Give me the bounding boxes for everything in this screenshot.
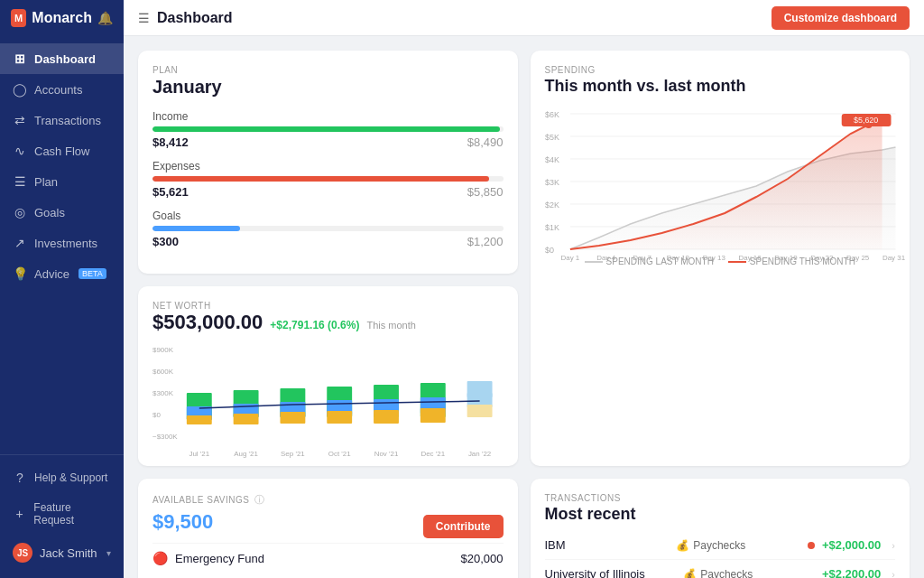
svg-rect-40 [327, 411, 352, 424]
paychecks-icon: 💰 [676, 539, 689, 552]
sidebar-item-transactions[interactable]: ⇄ Transactions [0, 105, 124, 135]
savings-amount-row: $9,500 Contribute [152, 510, 504, 543]
svg-text:$5,620: $5,620 [853, 116, 877, 125]
svg-text:$0: $0 [152, 411, 161, 419]
logo-area: M Monarch 🔔 [0, 0, 124, 36]
svg-text:Dec '21: Dec '21 [420, 450, 445, 458]
svg-text:Day 16: Day 16 [738, 254, 762, 262]
transactions-icon: ⇄ [13, 113, 27, 127]
sidebar-item-cashflow[interactable]: ∿ Cash Flow [0, 135, 124, 166]
savings-fund-name: Emergency Fund [175, 552, 264, 565]
svg-text:Nov '21: Nov '21 [374, 450, 399, 458]
networth-label: NET WORTH [152, 301, 504, 311]
goals-target: $1,200 [467, 235, 504, 248]
income-target: $8,490 [467, 135, 504, 149]
chevron-right-icon[interactable]: › [892, 540, 895, 551]
avatar: JS [13, 543, 32, 563]
svg-text:$2K: $2K [545, 200, 559, 210]
expenses-row: Expenses $5,621 $5,850 [152, 160, 504, 199]
svg-text:$3K: $3K [545, 178, 559, 187]
sidebar-bottom: ? Help & Support + Feature Request JS Ja… [0, 454, 124, 578]
chevron-down-icon: ▾ [106, 548, 111, 558]
svg-text:Day 31: Day 31 [882, 254, 905, 262]
svg-rect-34 [234, 414, 259, 424]
table-row: IBM 💰 Paychecks +$2,000.00 › [545, 531, 896, 560]
txn-category-ibm: 💰 Paychecks [676, 539, 800, 552]
chevron-right-icon[interactable]: › [892, 569, 895, 579]
svg-text:$6K: $6K [545, 110, 559, 119]
user-profile-item[interactable]: JS Jack Smith ▾ [0, 535, 124, 571]
txn-name-ibm: IBM [545, 538, 670, 552]
svg-text:Day 1: Day 1 [560, 254, 579, 262]
contribute-button[interactable]: Contribute [423, 515, 504, 538]
plan-icon: ☰ [13, 174, 27, 189]
sidebar-item-feature[interactable]: + Feature Request [0, 493, 124, 535]
expenses-actual: $5,621 [152, 185, 189, 199]
svg-text:Day 22: Day 22 [810, 254, 834, 262]
sidebar-item-goals[interactable]: ◎ Goals [0, 197, 124, 228]
goals-actual: $300 [152, 235, 179, 248]
svg-text:Day 4: Day 4 [596, 254, 615, 262]
svg-text:$0: $0 [545, 246, 554, 255]
savings-amount: $9,500 [152, 510, 213, 534]
accounts-icon: ◯ [13, 82, 27, 97]
networth-change: +$2,791.16 (0.6%) [270, 319, 359, 331]
sidebar-item-advice[interactable]: 💡 Advice BETA [0, 258, 124, 289]
plan-month: January [152, 77, 504, 98]
goals-label: Goals [152, 210, 504, 222]
svg-text:Jan '22: Jan '22 [468, 450, 492, 458]
txn-category-uofi: 💰 Paychecks [683, 568, 815, 579]
spending-title: This month vs. last month [545, 77, 896, 96]
savings-header: AVAILABLE SAVINGS ⓘ [152, 493, 504, 507]
sidebar-item-investments[interactable]: ↗ Investments [0, 228, 124, 258]
txn-amount-uofi: +$2,200.00 [822, 567, 881, 578]
svg-text:Day 13: Day 13 [702, 254, 725, 262]
sidebar-item-plan[interactable]: ☰ Plan [0, 166, 124, 197]
paychecks-icon: 💰 [683, 568, 697, 579]
svg-text:$300K: $300K [152, 389, 174, 397]
notification-bell-icon[interactable]: 🔔 [97, 11, 113, 25]
networth-chart: $900K $600K $300K $0 −$300K [152, 343, 504, 452]
txn-name-uofi: University of Illinois [545, 567, 677, 578]
goals-amounts: $300 $1,200 [152, 235, 504, 248]
svg-rect-49 [467, 405, 493, 417]
sidebar-item-dashboard[interactable]: ⊞ Dashboard [0, 43, 124, 74]
svg-text:Day 10: Day 10 [666, 254, 689, 262]
svg-text:−$300K: −$300K [152, 433, 178, 441]
savings-fund-row: 🔴 Emergency Fund $20,000 [152, 543, 504, 573]
sidebar-item-help[interactable]: ? Help & Support [0, 462, 124, 493]
nav-section: ⊞ Dashboard ◯ Accounts ⇄ Transactions ∿ … [0, 36, 124, 454]
expenses-target: $5,850 [467, 185, 504, 199]
svg-text:Day 7: Day 7 [633, 254, 651, 262]
svg-rect-37 [280, 412, 305, 424]
svg-text:Oct '21: Oct '21 [328, 450, 352, 458]
svg-text:$600K: $600K [152, 368, 174, 376]
table-row: University of Illinois 💰 Paychecks +$2,2… [545, 560, 896, 578]
goals-row: Goals $300 $1,200 [152, 210, 504, 248]
goals-fill [152, 226, 240, 231]
emergency-fund-icon: 🔴 [152, 551, 168, 565]
sidebar-item-accounts[interactable]: ◯ Accounts [0, 74, 124, 105]
income-label: Income [152, 110, 504, 123]
advice-badge: BETA [79, 268, 106, 279]
svg-text:Aug '21: Aug '21 [234, 450, 258, 458]
income-actual: $8,412 [152, 135, 189, 149]
advice-icon: 💡 [13, 266, 27, 281]
spending-label: SPENDING [545, 65, 896, 75]
svg-text:$1K: $1K [545, 223, 559, 232]
networth-card: NET WORTH $503,000.00 +$2,791.16 (0.6%) … [138, 286, 518, 466]
savings-label: AVAILABLE SAVINGS [152, 495, 249, 505]
hamburger-icon[interactable]: ☰ [138, 11, 150, 25]
income-progress-bar [152, 126, 504, 132]
customize-dashboard-button[interactable]: Customize dashboard [772, 6, 910, 30]
cashflow-icon: ∿ [13, 144, 27, 158]
info-icon[interactable]: ⓘ [254, 493, 264, 507]
svg-text:$900K: $900K [152, 346, 174, 354]
app-name: Monarch [32, 10, 92, 26]
txn-amount-ibm: +$2,000.00 [822, 538, 881, 552]
plan-card: PLAN January Income $8,412 $8,490 Expens… [138, 51, 518, 274]
bar-jul-yellow [187, 415, 212, 424]
expenses-label: Expenses [152, 160, 504, 172]
svg-text:Jul '21: Jul '21 [189, 450, 209, 458]
investments-icon: ↗ [13, 236, 27, 250]
